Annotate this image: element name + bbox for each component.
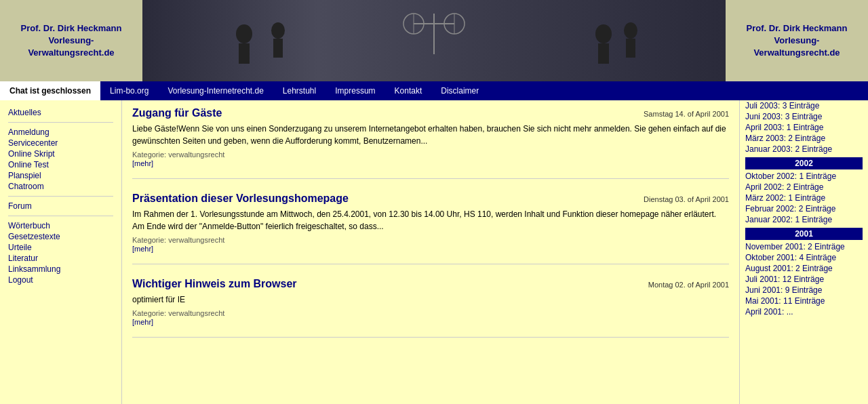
sidebar-item-chatroom[interactable]: Chatroom <box>8 181 113 192</box>
nav-lehrstuhl[interactable]: Lehrstuhl <box>273 81 326 100</box>
right-link-okt2001[interactable]: Oktober 2001: 4 Einträge <box>745 252 863 263</box>
svg-point-6 <box>595 24 612 43</box>
sidebar-item-aktuelles[interactable]: Aktuelles <box>8 107 113 118</box>
sidebar-item-online-test[interactable]: Online Test <box>8 159 113 170</box>
article-3-more[interactable]: [mehr] <box>132 318 153 326</box>
header-center-image <box>142 0 726 81</box>
right-link-juli2003[interactable]: Juli 2003: 3 Einträge <box>745 100 863 111</box>
sidebar-item-literatur[interactable]: Literatur <box>8 253 113 264</box>
svg-rect-3 <box>239 43 250 64</box>
article-1: Zugang für Gäste Samstag 14. of April 20… <box>132 107 729 179</box>
article-1-category: Kategorie: verwaltungsrecht <box>132 150 729 159</box>
sidebar-item-anmeldung[interactable]: Anmeldung <box>8 127 113 138</box>
header-right-title: Prof. Dr. Dirk Heckmann Vorlesung- Verwa… <box>747 22 848 60</box>
svg-point-2 <box>236 24 252 43</box>
sidebar-item-linksammlung[interactable]: Linksammlung <box>8 264 113 275</box>
right-link-januar2003[interactable]: Januar 2003: 2 Einträge <box>745 144 863 155</box>
article-2-more[interactable]: [mehr] <box>132 245 153 253</box>
nav-chat[interactable]: Chat ist geschlossen <box>0 81 100 100</box>
right-link-april2003[interactable]: April 2003: 1 Einträge <box>745 122 863 133</box>
nav-impressum[interactable]: Impressum <box>326 81 384 100</box>
right-link-jun2001[interactable]: Juni 2001: 9 Einträge <box>745 285 863 296</box>
article-1-title[interactable]: Zugang für Gäste <box>132 107 222 119</box>
sidebar: Aktuelles Anmeldung Servicecenter Online… <box>0 100 122 404</box>
svg-point-4 <box>271 22 285 39</box>
nav-kontakt[interactable]: Kontakt <box>385 81 432 100</box>
right-link-aug2001[interactable]: August 2001: 2 Einträge <box>745 263 863 274</box>
sidebar-item-planspiel[interactable]: Planspiel <box>8 170 113 181</box>
article-3: Wichtiger Hinweis zum Browser Montag 02.… <box>132 278 729 338</box>
article-1-more[interactable]: [mehr] <box>132 159 153 167</box>
nav-disclaimer[interactable]: Disclaimer <box>431 81 488 100</box>
right-year-2002: 2002 <box>745 157 863 169</box>
article-3-date: Montag 02. of April 2001 <box>648 281 729 289</box>
right-sidebar: Juli 2003: 3 Einträge Juni 2003: 3 Eintr… <box>739 100 868 404</box>
right-year-2001: 2001 <box>745 228 863 240</box>
right-link-jul2001[interactable]: Juli 2001: 12 Einträge <box>745 274 863 285</box>
right-link-jan2002[interactable]: Januar 2002: 1 Einträge <box>745 214 863 225</box>
right-link-april2002[interactable]: April 2002: 2 Einträge <box>745 182 863 193</box>
nav-limbo[interactable]: Lim-bo.org <box>100 81 158 100</box>
nav-internetrecht[interactable]: Vorlesung-Internetrecht.de <box>158 81 273 100</box>
right-link-maerz2002[interactable]: März 2002: 1 Einträge <box>745 193 863 203</box>
article-3-category: Kategorie: verwaltungsrecht <box>132 309 729 317</box>
content-area: Zugang für Gäste Samstag 14. of April 20… <box>122 100 739 404</box>
article-3-body: optimiert für IE <box>132 294 729 306</box>
sidebar-item-logout[interactable]: Logout <box>8 275 113 285</box>
svg-rect-7 <box>598 43 609 64</box>
right-link-maerz2003[interactable]: März 2003: 2 Einträge <box>745 133 863 144</box>
right-link-mai2001[interactable]: Mai 2001: 11 Einträge <box>745 296 863 306</box>
sidebar-item-online-skript[interactable]: Online Skript <box>8 148 113 159</box>
sidebar-item-servicecenter[interactable]: Servicecenter <box>8 138 113 148</box>
svg-rect-9 <box>626 39 635 58</box>
right-link-feb2002[interactable]: Februar 2002: 2 Einträge <box>745 203 863 214</box>
article-1-date: Samstag 14. of April 2001 <box>644 110 729 118</box>
header-right: Prof. Dr. Dirk Heckmann Vorlesung- Verwa… <box>726 0 868 81</box>
right-link-nov2001[interactable]: November 2001: 2 Einträge <box>745 241 863 252</box>
article-2: Präsentation dieser Vorlesungshomepage D… <box>132 193 729 264</box>
sidebar-item-gesetzestexte[interactable]: Gesetzestexte <box>8 231 113 242</box>
article-1-body: Liebe Gäste!Wenn Sie von uns einen Sonde… <box>132 123 729 147</box>
navbar: Chat ist geschlossen Lim-bo.org Vorlesun… <box>0 81 868 100</box>
header-left-title: Prof. Dr. Dirk Heckmann Vorlesung- Verwa… <box>21 22 122 60</box>
main-layout: Aktuelles Anmeldung Servicecenter Online… <box>0 100 868 404</box>
article-2-category: Kategorie: verwaltungsrecht <box>132 236 729 244</box>
svg-point-8 <box>624 22 637 39</box>
article-2-header: Präsentation dieser Vorlesungshomepage D… <box>132 193 729 205</box>
article-2-body: Im Rahmen der 1. Vorlesungsstunde am Mit… <box>132 208 729 233</box>
article-2-date: Dienstag 03. of April 2001 <box>644 195 729 203</box>
article-3-header: Wichtiger Hinweis zum Browser Montag 02.… <box>132 278 729 290</box>
header-left: Prof. Dr. Dirk Heckmann Vorlesung- Verwa… <box>0 0 142 81</box>
svg-rect-5 <box>273 39 283 58</box>
right-link-juni2003[interactable]: Juni 2003: 3 Einträge <box>745 111 863 122</box>
sidebar-item-urteile[interactable]: Urteile <box>8 242 113 253</box>
article-1-header: Zugang für Gäste Samstag 14. of April 20… <box>132 107 729 119</box>
right-link-okt2002[interactable]: Oktober 2002: 1 Einträge <box>745 171 863 182</box>
header: Prof. Dr. Dirk Heckmann Vorlesung- Verwa… <box>0 0 868 81</box>
right-link-apr2001[interactable]: April 2001: ... <box>745 306 863 317</box>
article-3-title[interactable]: Wichtiger Hinweis zum Browser <box>132 278 297 290</box>
article-2-title[interactable]: Präsentation dieser Vorlesungshomepage <box>132 193 349 205</box>
sidebar-item-woerterbuch[interactable]: Wörterbuch <box>8 220 113 231</box>
sidebar-item-forum[interactable]: Forum <box>8 201 113 211</box>
